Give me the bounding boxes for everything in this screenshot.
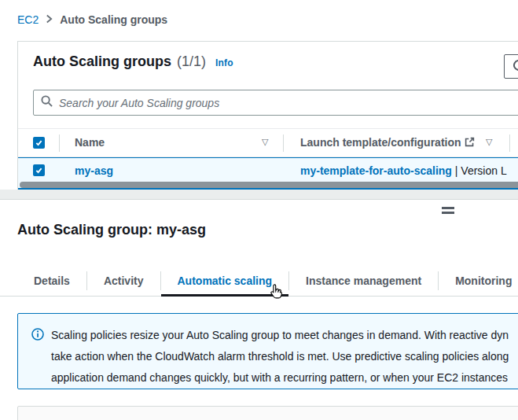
ec2-console-screen: EC2 Auto Scaling groups Auto Scaling gro… [0, 0, 518, 420]
info-link[interactable]: Info [215, 57, 233, 68]
drag-handle-bar [442, 207, 454, 209]
tabs: Details Activity Automatic scaling Insta… [17, 264, 518, 297]
info-banner: Scaling policies resize your Auto Scalin… [17, 313, 518, 389]
column-divider [59, 134, 60, 152]
external-link-icon [465, 137, 475, 149]
column-header-name[interactable]: Name [75, 136, 105, 149]
search-box [33, 90, 518, 116]
select-all-checkbox[interactable] [33, 137, 45, 149]
tab-details[interactable]: Details [17, 264, 86, 297]
info-icon [31, 328, 44, 389]
banner-line: take action when the CloudWatch alarm th… [51, 346, 509, 367]
banner-line: application demand changes quickly, but … [51, 367, 509, 389]
breadcrumb-current: Auto Scaling groups [60, 13, 167, 26]
asg-list-card: Auto Scaling groups (1/1) Info Name [17, 41, 518, 190]
column-divider [283, 134, 284, 152]
row-checkbox[interactable] [33, 164, 45, 176]
chevron-right-icon [46, 13, 53, 26]
asg-count: (1/1) [177, 53, 206, 70]
refresh-button[interactable] [504, 54, 518, 79]
detail-split-panel: Auto Scaling group: my-asg Details Activ… [0, 199, 518, 420]
banner-line: Scaling policies resize your Auto Scalin… [51, 325, 509, 346]
search-icon [41, 95, 53, 110]
scaling-policies-card [17, 406, 518, 420]
horizontal-scrollbar[interactable] [20, 182, 518, 188]
detail-panel-title: Auto Scaling group: my-asg [17, 222, 206, 238]
column-header-launch-template[interactable]: Launch template/configuration [300, 136, 461, 149]
breadcrumb: EC2 Auto Scaling groups [17, 13, 167, 26]
sort-icon-launch-template[interactable]: ▽ [486, 137, 492, 147]
launch-template-link[interactable]: my-template-for-auto-scaling [300, 164, 452, 177]
drag-handle-bar [442, 212, 454, 214]
asg-card-header: Auto Scaling groups (1/1) Info [33, 53, 233, 70]
breadcrumb-ec2-link[interactable]: EC2 [17, 13, 39, 26]
split-panel-drag-handle[interactable] [442, 207, 454, 216]
column-divider [509, 134, 510, 152]
info-banner-text: Scaling policies resize your Auto Scalin… [51, 325, 509, 389]
search-input[interactable] [59, 97, 518, 109]
launch-template-version: | Version L [455, 164, 507, 177]
tab-instance-management[interactable]: Instance management [289, 264, 438, 297]
table-header: Name ▽ Launch template/configuration ▽ [18, 128, 518, 157]
tab-automatic-scaling[interactable]: Automatic scaling [161, 264, 289, 297]
panel-gap [0, 190, 518, 199]
launch-template-cell: my-template-for-auto-scaling | Version L [300, 164, 507, 177]
tab-monitoring[interactable]: Monitoring [439, 264, 518, 297]
tab-activity[interactable]: Activity [87, 264, 160, 297]
sort-icon-name[interactable]: ▽ [262, 137, 268, 147]
table-row[interactable]: my-asg my-template-for-auto-scaling | Ve… [18, 157, 518, 190]
page-title: Auto Scaling groups [33, 53, 171, 70]
refresh-icon [512, 58, 518, 76]
asg-name-link[interactable]: my-asg [75, 164, 113, 177]
